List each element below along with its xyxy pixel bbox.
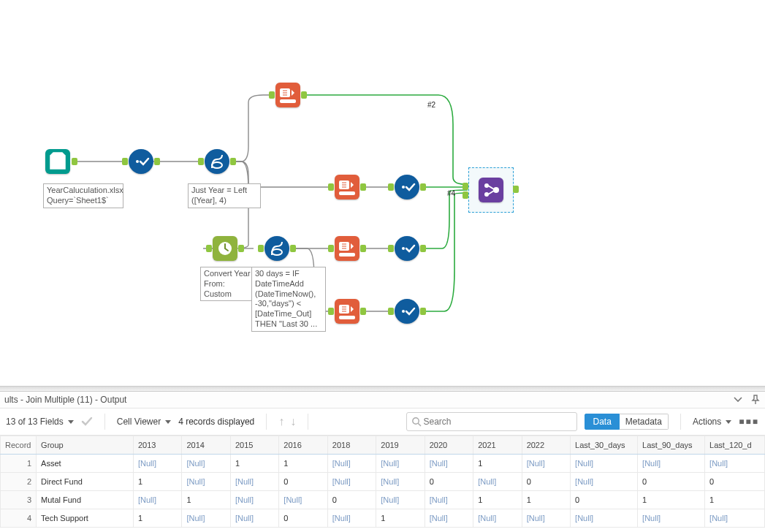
table-cell[interactable]: [Null] (182, 455, 230, 473)
table-cell[interactable]: 1 (705, 491, 765, 509)
table-cell[interactable]: [Null] (182, 509, 230, 528)
column-header[interactable]: 2013 (134, 436, 182, 455)
table-cell[interactable]: [Null] (134, 491, 182, 509)
arrow-up-icon[interactable]: ↑ (278, 415, 284, 428)
table-cell[interactable]: 3 (1, 491, 37, 509)
table-cell[interactable]: [Null] (327, 473, 376, 491)
table-cell[interactable]: [Null] (522, 509, 570, 528)
table-cell[interactable]: 1 (376, 509, 425, 528)
panel-divider[interactable] (0, 386, 765, 392)
table-cell[interactable]: 1 (230, 455, 278, 473)
column-header[interactable]: 2014 (182, 436, 230, 455)
anchor-out[interactable] (513, 186, 519, 193)
table-cell[interactable]: [Null] (638, 455, 705, 473)
table-cell[interactable]: 1 (182, 491, 230, 509)
metadata-tab-button[interactable]: Metadata (620, 414, 669, 430)
anchor-out[interactable] (360, 183, 366, 191)
results-grid[interactable]: RecordGroup20132014201520162018201920202… (0, 436, 765, 528)
table-cell[interactable]: 0 (705, 473, 765, 491)
table-cell[interactable]: 1 (473, 455, 522, 473)
input-data-tool[interactable] (45, 149, 70, 174)
table-cell[interactable]: 1 (1, 455, 37, 473)
anchor-out[interactable] (360, 245, 366, 252)
formula-tool-2[interactable] (264, 236, 289, 261)
select-tool-3[interactable] (395, 236, 419, 261)
column-header[interactable]: 2020 (425, 436, 473, 455)
table-cell[interactable]: [Null] (376, 473, 425, 491)
search-box[interactable] (406, 412, 577, 431)
table-cell[interactable]: [Null] (376, 491, 425, 509)
anchor-out[interactable] (154, 158, 160, 165)
table-cell[interactable]: [Null] (376, 455, 425, 473)
table-cell[interactable]: 1 (279, 455, 327, 473)
table-cell[interactable]: [Null] (522, 455, 570, 473)
column-header[interactable]: Last_120_d (705, 436, 765, 455)
column-header[interactable]: Group (37, 436, 134, 455)
anchor-in[interactable] (463, 191, 468, 199)
table-cell[interactable]: 0 (279, 509, 327, 528)
select-tool-4[interactable] (395, 299, 419, 324)
anchor-in[interactable] (463, 183, 468, 190)
table-cell[interactable]: 1 (473, 491, 522, 509)
join-multiple-tool[interactable] (479, 178, 503, 202)
anchor-in[interactable] (328, 245, 334, 252)
column-header[interactable]: 2015 (230, 436, 278, 455)
anchor-in[interactable] (122, 158, 128, 165)
table-cell[interactable]: [Null] (182, 473, 230, 491)
anchor-out[interactable] (420, 308, 426, 315)
anchor-in[interactable] (388, 183, 394, 191)
summarize-tool-4[interactable] (335, 299, 359, 324)
anchor-in[interactable] (269, 91, 275, 99)
anchor-in[interactable] (388, 245, 394, 252)
column-header[interactable]: 2016 (279, 436, 327, 455)
table-cell[interactable]: Tech Support (37, 509, 134, 528)
table-cell[interactable]: 0 (571, 491, 638, 509)
column-header[interactable]: Last_30_days (571, 436, 638, 455)
table-cell[interactable]: [Null] (425, 491, 473, 509)
anchor-out[interactable] (290, 245, 296, 252)
anchor-out[interactable] (360, 308, 366, 315)
anchor-in[interactable] (328, 308, 334, 315)
formula-tool-1[interactable] (205, 149, 229, 174)
workflow-canvas[interactable]: YearCaluculation.xlsx Query=`Sheet1$` Ju… (0, 0, 765, 386)
anchor-out[interactable] (238, 245, 244, 252)
summarize-tool-3[interactable] (335, 236, 359, 261)
search-input[interactable] (422, 416, 572, 428)
more-icon[interactable]: ■■■ (739, 417, 759, 427)
datetime-tool[interactable] (213, 236, 237, 261)
table-cell[interactable]: [Null] (230, 473, 278, 491)
anchor-out[interactable] (420, 183, 426, 191)
chevron-down-icon[interactable] (733, 395, 743, 405)
column-header[interactable]: Record (1, 436, 37, 455)
table-cell[interactable]: 1 (638, 491, 705, 509)
fields-dropdown[interactable]: 13 of 13 Fields (6, 417, 74, 427)
anchor-in[interactable] (258, 245, 264, 252)
table-row[interactable]: 1Asset[Null][Null]11[Null][Null][Null]1[… (1, 455, 765, 473)
column-header[interactable]: Last_90_days (638, 436, 705, 455)
table-cell[interactable]: 0 (522, 473, 570, 491)
table-cell[interactable]: 1 (134, 509, 182, 528)
table-row[interactable]: 3Mutal Fund[Null]1[Null][Null]0[Null][Nu… (1, 491, 765, 509)
column-header[interactable]: 2022 (522, 436, 570, 455)
cell-viewer-dropdown[interactable]: Cell Viewer (117, 417, 171, 427)
actions-dropdown[interactable]: Actions (693, 417, 731, 427)
table-cell[interactable]: [Null] (327, 509, 376, 528)
anchor-in[interactable] (388, 308, 394, 315)
table-cell[interactable]: Mutal Fund (37, 491, 134, 509)
checkmark-icon[interactable] (81, 416, 93, 428)
anchor-out[interactable] (420, 245, 426, 252)
table-cell[interactable]: 1 (522, 491, 570, 509)
pin-icon[interactable] (750, 395, 761, 405)
anchor-in[interactable] (198, 158, 204, 165)
anchor-out[interactable] (72, 158, 77, 165)
table-cell[interactable]: [Null] (230, 491, 278, 509)
table-row[interactable]: 4Tech Support1[Null][Null]0[Null]1[Null]… (1, 509, 765, 528)
table-cell[interactable]: 0 (327, 491, 376, 509)
table-cell[interactable]: [Null] (571, 509, 638, 528)
table-cell[interactable]: 4 (1, 509, 37, 528)
table-cell[interactable]: [Null] (571, 473, 638, 491)
table-cell[interactable]: [Null] (571, 455, 638, 473)
table-cell[interactable]: [Null] (327, 455, 376, 473)
table-cell[interactable]: [Null] (134, 455, 182, 473)
table-cell[interactable]: 2 (1, 473, 37, 491)
